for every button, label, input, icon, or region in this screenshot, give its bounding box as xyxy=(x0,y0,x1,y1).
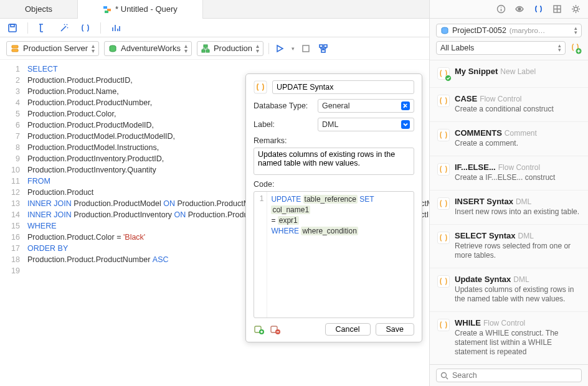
snippet-title: CASE xyxy=(455,94,477,103)
save-button[interactable]: Save xyxy=(376,323,415,336)
snippet-code-input[interactable]: 1 UPDATE table_reference SET col_name1 =… xyxy=(254,191,414,318)
snippet-desc: Create a conditional construct xyxy=(455,105,581,114)
svg-rect-11 xyxy=(303,45,309,52)
svg-rect-27 xyxy=(438,95,450,107)
db-type-label: Database Type: xyxy=(254,101,313,110)
svg-point-23 xyxy=(574,7,577,11)
snippet-item[interactable]: SELECT SyntaxDMLRetrieve rows selected f… xyxy=(430,225,588,268)
database-name: AdventureWorks xyxy=(121,44,181,53)
snippet-tag: DML xyxy=(513,275,529,284)
snippet-icon xyxy=(437,319,450,331)
snippet-item[interactable]: COMMENTSCommentCreate a comment. xyxy=(430,122,588,156)
remove-placeholder-icon[interactable] xyxy=(270,324,281,335)
connection-selector[interactable]: Production Server ▴▾ xyxy=(6,41,99,56)
svg-rect-33 xyxy=(438,319,450,331)
labels-filter[interactable]: All Labels ▴▾ xyxy=(436,41,566,55)
snippet-desc: Create a WHILE construct. The statement … xyxy=(455,329,581,357)
svg-rect-15 xyxy=(254,81,267,93)
svg-rect-31 xyxy=(438,232,450,244)
toolbar-file xyxy=(0,19,429,37)
code-content[interactable]: UPDATE table_reference SET col_name1 = e… xyxy=(267,192,414,318)
remarks-label: Remarks: xyxy=(254,136,414,145)
snippets-pane-icon[interactable] xyxy=(532,3,544,16)
label-select[interactable]: DML xyxy=(318,118,414,131)
stepper-icon: ▴▾ xyxy=(256,44,259,54)
right-pane-toolbar xyxy=(430,0,588,19)
snippet-item[interactable]: WHILEFlow ControlCreate a WHILE construc… xyxy=(430,312,588,364)
svg-rect-9 xyxy=(202,50,205,52)
label-value: DML xyxy=(322,120,338,129)
settings-icon[interactable] xyxy=(569,3,582,16)
stepper-icon: ▴▾ xyxy=(92,44,95,54)
snippet-item[interactable]: Update SyntaxDMLUpdates columns of exist… xyxy=(430,268,588,312)
brackets-icon[interactable] xyxy=(79,22,92,34)
snippet-filters: ProjectDT-0052 (marybro… ▴▾ All Labels ▴… xyxy=(430,19,588,60)
snippet-icon xyxy=(437,129,450,141)
snippet-item[interactable]: INSERT SyntaxDMLInsert new rows into an … xyxy=(430,191,588,225)
run-menu-icon[interactable]: ▾ xyxy=(292,45,295,52)
explain-button[interactable] xyxy=(317,42,330,55)
connection-name: Production Server xyxy=(23,44,88,53)
snippet-item[interactable]: CASEFlow ControlCreate a conditional con… xyxy=(430,88,588,122)
info-icon[interactable] xyxy=(495,3,507,16)
svg-rect-5 xyxy=(12,45,18,48)
snippet-title: WHILE xyxy=(455,318,481,327)
snippet-tag: New Label xyxy=(500,67,536,76)
magic-icon[interactable] xyxy=(58,22,70,34)
snippet-icon xyxy=(437,275,450,288)
schema-icon xyxy=(201,44,210,53)
database-selector[interactable]: AdventureWorks ▴▾ xyxy=(104,41,192,56)
snippet-title: IF...ELSE... xyxy=(455,162,496,172)
search-input[interactable] xyxy=(452,371,577,380)
svg-rect-2 xyxy=(105,11,108,13)
run-button[interactable] xyxy=(274,42,287,55)
stop-button[interactable] xyxy=(300,42,312,55)
snippet-icon xyxy=(437,197,450,210)
svg-rect-0 xyxy=(103,6,107,9)
save-icon[interactable] xyxy=(6,22,19,34)
tab-label: Objects xyxy=(25,4,52,14)
schema-name: Production xyxy=(214,44,252,53)
snippet-title: INSERT Syntax xyxy=(455,197,513,206)
cancel-button[interactable]: Cancel xyxy=(325,323,371,336)
snippet-desc: Create a IF...ELSE... construct xyxy=(455,173,581,182)
format-icon[interactable] xyxy=(37,22,49,34)
db-type-value: General xyxy=(322,101,349,110)
snippet-icon xyxy=(437,163,450,176)
snippet-desc: Updates columns of existing rows in the … xyxy=(455,285,581,304)
chevron-down-icon xyxy=(401,120,410,129)
snippet-title: SELECT Syntax xyxy=(455,231,516,240)
search-icon xyxy=(440,372,448,380)
add-placeholder-icon[interactable] xyxy=(254,324,265,335)
query-icon xyxy=(103,5,111,14)
svg-point-21 xyxy=(518,8,521,11)
label-label: Label: xyxy=(254,120,313,129)
stepper-icon: ▴▾ xyxy=(558,44,561,52)
columns-icon[interactable] xyxy=(551,3,563,16)
remarks-input[interactable]: Updates columns of existing rows in the … xyxy=(254,148,414,175)
snippet-title-input[interactable] xyxy=(272,80,414,94)
snippet-editor-popup: Database Type: General Label: DML Remark… xyxy=(245,73,422,342)
snippet-item[interactable]: My SnippetNew Label xyxy=(430,60,588,88)
schema-selector[interactable]: Production ▴▾ xyxy=(197,41,263,56)
chart-icon[interactable] xyxy=(110,22,122,34)
tab-query[interactable]: * Untitled - Query xyxy=(78,0,203,18)
project-icon xyxy=(440,26,449,35)
snippet-desc: Retrieve rows selected from one or more … xyxy=(455,242,581,260)
project-selector[interactable]: ProjectDT-0052 (marybro… ▴▾ xyxy=(436,24,582,37)
chevron-down-icon xyxy=(401,101,410,110)
server-icon xyxy=(11,44,19,53)
svg-rect-28 xyxy=(438,129,450,141)
snippet-tag: Flow Control xyxy=(498,163,540,172)
db-type-select[interactable]: General xyxy=(318,99,414,113)
snippet-list[interactable]: My SnippetNew LabelCASEFlow ControlCreat… xyxy=(430,60,588,364)
tab-objects[interactable]: Objects xyxy=(0,0,78,18)
add-snippet-icon[interactable] xyxy=(569,42,582,54)
search-bar xyxy=(430,364,588,386)
svg-point-34 xyxy=(442,372,447,377)
snippet-title: Update Syntax xyxy=(455,275,511,284)
eye-icon[interactable] xyxy=(513,3,526,16)
snippet-item[interactable]: IF...ELSE...Flow ControlCreate a IF...EL… xyxy=(430,156,588,191)
svg-rect-6 xyxy=(12,49,18,52)
snippet-icon xyxy=(437,67,450,80)
